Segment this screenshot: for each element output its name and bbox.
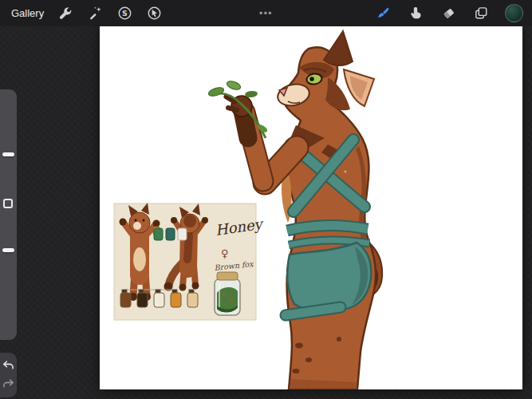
canvas-options-dots[interactable]: ••• (259, 0, 273, 26)
smudge-tool-button[interactable] (406, 4, 425, 23)
undo-arrow-icon (2, 359, 15, 373)
active-color-swatch (505, 4, 523, 22)
magic-wand-icon (88, 6, 103, 21)
drawing-canvas[interactable]: Honey ♀ Brown fox (100, 26, 522, 389)
color-swatch-button[interactable] (504, 4, 523, 23)
canvas-artwork: Honey ♀ Brown fox (100, 26, 522, 389)
gallery-button[interactable]: Gallery (10, 7, 45, 19)
character-arm (227, 96, 297, 183)
undo-button[interactable] (2, 359, 15, 373)
adjustments-button[interactable] (85, 4, 104, 23)
toolbar-right-group (373, 4, 532, 23)
svg-text:S: S (122, 9, 128, 18)
reference-color-swatches (154, 228, 187, 240)
brush-opacity-slider-handle[interactable] (2, 248, 14, 252)
actions-button[interactable] (56, 4, 75, 23)
paint-tool-button[interactable] (373, 4, 392, 23)
sidebar-sliders (0, 89, 17, 340)
layers-button[interactable] (471, 4, 491, 23)
procreate-workspace: Gallery S (0, 0, 532, 399)
modify-button[interactable] (3, 199, 13, 208)
brush-size-slider-handle[interactable] (2, 152, 14, 156)
erase-tool-button[interactable] (439, 4, 458, 23)
toolbar-left-group: Gallery S (0, 4, 164, 23)
eraser-icon (441, 6, 456, 21)
redo-arrow-icon (2, 377, 15, 391)
reference-gender-symbol: ♀ (221, 247, 229, 259)
wrench-icon (58, 6, 73, 21)
top-toolbar: Gallery S (0, 0, 532, 26)
transform-arrow-icon (147, 6, 162, 21)
left-ear (324, 31, 353, 65)
selection-button[interactable]: S (115, 4, 134, 23)
redo-button[interactable] (2, 377, 15, 391)
selection-s-icon: S (117, 6, 132, 21)
layers-icon (474, 6, 489, 21)
sidebar-undo-redo (0, 353, 17, 397)
transform-button[interactable] (144, 4, 164, 23)
reference-sheet: Honey ♀ Brown fox (114, 203, 266, 320)
reference-terrarium-jar (215, 272, 240, 315)
smudge-finger-icon (408, 6, 424, 21)
brush-icon (376, 6, 391, 21)
